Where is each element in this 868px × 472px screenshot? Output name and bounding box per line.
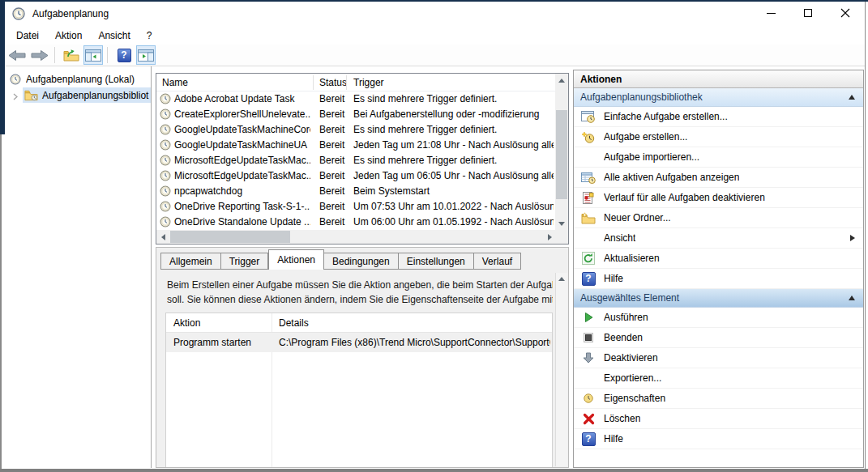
action-item-eigenschaften[interactable]: Eigenschaften — [574, 389, 863, 409]
column-header-details[interactable]: Details — [279, 317, 309, 329]
forward-icon — [31, 49, 49, 62]
menu-bar: Datei Aktion Ansicht ? — [5, 26, 865, 45]
column-header-trigger[interactable]: Trigger — [353, 77, 384, 88]
help-button[interactable]: ? — [113, 45, 135, 65]
new-folder-icon — [580, 211, 596, 225]
window-border-bottom — [0, 469, 868, 472]
minimize-button[interactable] — [757, 6, 785, 20]
scroll-up-button[interactable] — [555, 74, 568, 87]
action-item-label: Verlauf für alle Aufgaben deaktivieren — [604, 192, 765, 203]
tree-item-aufgabenplanung-lokal[interactable]: Aufgabenplanung (Lokal) — [10, 72, 135, 87]
tree-item-aufgabenplanungsbibliothek[interactable]: Aufgabenplanungsbibliot — [5, 87, 151, 103]
column-header-aktion[interactable]: Aktion — [173, 317, 200, 329]
toolbar-separator — [107, 47, 108, 63]
action-item-aufgabe-importieren[interactable]: Aufgabe importieren... — [574, 147, 863, 168]
forward-button[interactable] — [29, 45, 50, 65]
close-icon — [840, 8, 850, 18]
up-one-level-button[interactable] — [61, 45, 82, 65]
actions-pane: Aktionen Aufgabenplanungsbibliothek Einf… — [573, 70, 864, 468]
tab-aktionen[interactable]: Aktionen — [268, 249, 324, 270]
scrollbar-thumb[interactable] — [170, 231, 290, 243]
task-name: OneDrive Standalone Update ... — [174, 216, 310, 227]
scrollbar-thumb[interactable] — [556, 110, 567, 199]
back-button[interactable] — [6, 45, 28, 65]
action-item-label: Aktualisieren — [604, 253, 660, 264]
menu-datei[interactable]: Datei — [8, 28, 47, 44]
action-item-einfache-aufgabe-erstellen[interactable]: Einfache Aufgabe erstellen... — [574, 107, 863, 127]
collapse-icon[interactable] — [849, 296, 855, 300]
collapse-icon[interactable] — [849, 95, 855, 100]
scroll-down-button[interactable] — [555, 217, 568, 230]
tab-bedingungen[interactable]: Bedingungen — [324, 253, 399, 270]
action-item-hilfe[interactable]: ? Hilfe — [574, 269, 863, 289]
tab-content-scrollbar[interactable] — [555, 273, 567, 466]
table-row[interactable]: Programm starten C:\Program Files (x86)\… — [166, 333, 552, 352]
task-clock-icon — [160, 108, 171, 122]
action-table-header: Aktion Details — [166, 313, 552, 333]
column-header-name[interactable]: Name — [162, 77, 188, 88]
show-console-tree-icon — [85, 49, 101, 62]
action-item-label: Deaktivieren — [604, 352, 658, 364]
help-icon: ? — [580, 272, 596, 286]
table-row[interactable]: Adobe Acrobat Update Task Bereit Es sind… — [156, 91, 555, 107]
vertical-scrollbar[interactable] — [555, 74, 568, 230]
table-row[interactable]: CreateExplorerShellUnelevate... Bereit B… — [156, 107, 555, 122]
pane-splitter[interactable] — [151, 66, 152, 468]
menu-hilfe[interactable]: ? — [139, 28, 160, 44]
column-divider[interactable] — [313, 75, 314, 90]
action-item-ausfuehren[interactable]: Ausführen — [574, 308, 863, 328]
action-item-alle-aktiven-aufgaben[interactable]: Alle aktiven Aufgaben anzeigen — [574, 168, 863, 188]
action-item-loeschen[interactable]: Löschen — [574, 409, 863, 429]
column-divider[interactable] — [346, 75, 347, 90]
close-button[interactable] — [832, 6, 859, 20]
action-item-deaktivieren[interactable]: Deaktivieren — [574, 348, 863, 368]
show-action-pane-button[interactable] — [136, 45, 156, 65]
section-header-label: Aufgabenplanungsbibliothek — [580, 91, 703, 103]
action-item-label: Ansicht — [604, 232, 635, 244]
table-row[interactable]: GoogleUpdateTaskMachineCore Bereit Es si… — [156, 122, 555, 138]
scroll-up-button[interactable] — [556, 273, 567, 285]
horizontal-scrollbar[interactable] — [156, 230, 557, 244]
action-item-aufgabe-erstellen[interactable]: Aufgabe erstellen... — [574, 127, 863, 147]
table-row[interactable]: MicrosoftEdgeUpdateTaskMac... Bereit Es … — [156, 153, 555, 168]
action-item-exportieren[interactable]: Exportieren... — [574, 368, 863, 389]
action-cell-details: C:\Program Files (x86)\Trend Micro\Suppo… — [279, 337, 550, 348]
chevron-right-icon[interactable] — [12, 91, 19, 103]
tab-verlauf[interactable]: Verlauf — [474, 253, 521, 270]
column-header-status[interactable]: Status — [319, 77, 347, 88]
action-item-label: Aufgabe importieren... — [604, 151, 699, 163]
table-row[interactable]: OneDrive Standalone Update ... Bereit Um… — [156, 215, 555, 230]
action-item-verlauf-deaktivieren[interactable]: Verlauf für alle Aufgaben deaktivieren — [574, 188, 863, 208]
scroll-left-button[interactable] — [156, 230, 170, 244]
tab-trigger[interactable]: Trigger — [221, 253, 269, 270]
task-scheduler-window: Aufgabenplanung Datei Aktion Ansicht ? ? — [0, 0, 868, 472]
action-item-hilfe-selected[interactable]: ? Hilfe — [574, 429, 863, 449]
task-list-panel: Name Status Trigger Adobe Acrobat Update… — [156, 73, 569, 245]
arrow-left-icon — [161, 234, 165, 240]
task-trigger: Um 06:00 Uhr am 01.05.1992 - Nach Auslös… — [353, 216, 554, 227]
tab-einstellungen[interactable]: Einstellungen — [399, 253, 474, 270]
show-console-tree-button[interactable] — [83, 45, 103, 65]
task-clock-icon — [160, 201, 171, 215]
task-trigger: Es sind mehrere Trigger definiert. — [353, 93, 554, 104]
task-name: npcapwatchdog — [174, 185, 310, 197]
table-row[interactable]: OneDrive Reporting Task-S-1-... Bereit U… — [156, 199, 555, 215]
action-item-neuer-ordner[interactable]: Neuer Ordner... — [574, 208, 863, 228]
table-row[interactable]: MicrosoftEdgeUpdateTaskMac... Bereit Jed… — [156, 168, 555, 184]
action-item-beenden[interactable]: Beenden — [574, 328, 863, 348]
table-row[interactable]: npcapwatchdog Bereit Beim Systemstart — [156, 184, 555, 199]
section-header-ausgewaehltes-element[interactable]: Ausgewähltes Element — [574, 289, 863, 308]
action-item-label: Hilfe — [604, 273, 623, 284]
action-item-aktualisieren[interactable]: Aktualisieren — [574, 249, 863, 269]
tab-allgemein[interactable]: Allgemein — [160, 253, 221, 270]
action-item-ansicht[interactable]: Ansicht — [574, 228, 863, 249]
section-header-label: Ausgewähltes Element — [580, 292, 679, 304]
help-icon: ? — [580, 432, 596, 446]
task-clock-icon — [160, 216, 171, 230]
table-row[interactable]: GoogleUpdateTaskMachineUA Bereit Jeden T… — [156, 138, 555, 153]
menu-ansicht[interactable]: Ansicht — [90, 28, 138, 44]
section-header-aufgabenplanungsbibliothek[interactable]: Aufgabenplanungsbibliothek — [574, 88, 863, 107]
menu-aktion[interactable]: Aktion — [47, 28, 90, 44]
maximize-button[interactable] — [794, 6, 822, 20]
task-status: Bereit — [319, 201, 352, 212]
